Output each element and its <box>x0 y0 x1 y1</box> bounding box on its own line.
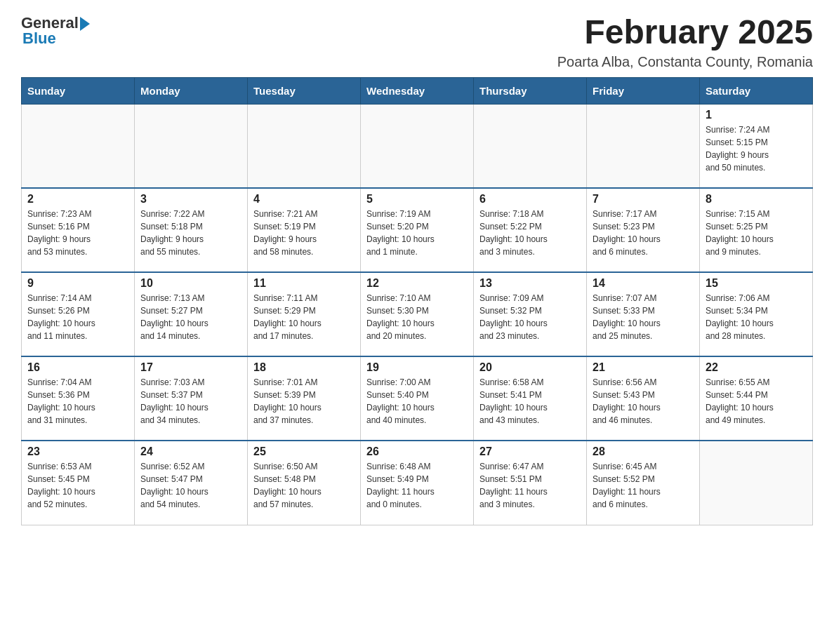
day-info: Sunrise: 7:13 AM Sunset: 5:27 PM Dayligh… <box>140 292 241 342</box>
day-number: 20 <box>479 361 581 374</box>
day-info: Sunrise: 7:24 AM Sunset: 5:15 PM Dayligh… <box>706 123 807 174</box>
day-info: Sunrise: 6:48 AM Sunset: 5:49 PM Dayligh… <box>366 460 468 511</box>
title-block: February 2025 Poarta Alba, Constanta Cou… <box>557 14 813 70</box>
calendar-cell <box>700 441 813 525</box>
day-info: Sunrise: 6:45 AM Sunset: 5:52 PM Dayligh… <box>593 460 694 511</box>
day-info: Sunrise: 6:55 AM Sunset: 5:44 PM Dayligh… <box>706 376 807 427</box>
header-day-thursday: Thursday <box>474 77 587 104</box>
day-number: 10 <box>140 277 241 290</box>
day-info: Sunrise: 6:47 AM Sunset: 5:51 PM Dayligh… <box>479 460 581 511</box>
calendar-cell: 28Sunrise: 6:45 AM Sunset: 5:52 PM Dayli… <box>587 441 700 525</box>
header-day-saturday: Saturday <box>700 77 813 104</box>
calendar-cell: 11Sunrise: 7:11 AM Sunset: 5:29 PM Dayli… <box>248 272 361 356</box>
day-info: Sunrise: 7:22 AM Sunset: 5:18 PM Dayligh… <box>140 208 241 258</box>
calendar-table: SundayMondayTuesdayWednesdayThursdayFrid… <box>21 77 813 525</box>
header-day-monday: Monday <box>135 77 248 104</box>
calendar-cell: 17Sunrise: 7:03 AM Sunset: 5:37 PM Dayli… <box>135 356 248 441</box>
day-number: 24 <box>140 445 241 458</box>
logo: General Blue <box>21 14 90 48</box>
calendar-cell: 1Sunrise: 7:24 AM Sunset: 5:15 PM Daylig… <box>700 104 813 188</box>
day-number: 14 <box>593 277 694 290</box>
calendar-cell: 18Sunrise: 7:01 AM Sunset: 5:39 PM Dayli… <box>248 356 361 441</box>
calendar-cell: 16Sunrise: 7:04 AM Sunset: 5:36 PM Dayli… <box>22 356 135 441</box>
calendar-cell <box>361 104 474 188</box>
day-info: Sunrise: 7:06 AM Sunset: 5:34 PM Dayligh… <box>706 292 807 342</box>
day-info: Sunrise: 7:19 AM Sunset: 5:20 PM Dayligh… <box>366 208 468 258</box>
day-number: 28 <box>593 445 694 458</box>
calendar-title: February 2025 <box>557 14 813 51</box>
day-info: Sunrise: 7:10 AM Sunset: 5:30 PM Dayligh… <box>366 292 468 342</box>
calendar-cell: 4Sunrise: 7:21 AM Sunset: 5:19 PM Daylig… <box>248 188 361 272</box>
calendar-cell: 5Sunrise: 7:19 AM Sunset: 5:20 PM Daylig… <box>361 188 474 272</box>
day-info: Sunrise: 6:53 AM Sunset: 5:45 PM Dayligh… <box>27 460 128 511</box>
day-number: 4 <box>253 193 355 206</box>
day-info: Sunrise: 7:11 AM Sunset: 5:29 PM Dayligh… <box>253 292 355 342</box>
day-number: 19 <box>366 361 468 374</box>
calendar-cell: 9Sunrise: 7:14 AM Sunset: 5:26 PM Daylig… <box>22 272 135 356</box>
day-number: 18 <box>253 361 355 374</box>
calendar-header-row: SundayMondayTuesdayWednesdayThursdayFrid… <box>22 77 813 104</box>
calendar-cell: 13Sunrise: 7:09 AM Sunset: 5:32 PM Dayli… <box>474 272 587 356</box>
header-day-sunday: Sunday <box>22 77 135 104</box>
day-info: Sunrise: 7:04 AM Sunset: 5:36 PM Dayligh… <box>27 376 128 427</box>
day-number: 11 <box>253 277 355 290</box>
calendar-cell: 3Sunrise: 7:22 AM Sunset: 5:18 PM Daylig… <box>135 188 248 272</box>
calendar-cell: 14Sunrise: 7:07 AM Sunset: 5:33 PM Dayli… <box>587 272 700 356</box>
header-day-friday: Friday <box>587 77 700 104</box>
day-number: 25 <box>253 445 355 458</box>
day-number: 17 <box>140 361 241 374</box>
day-number: 26 <box>366 445 468 458</box>
calendar-cell <box>248 104 361 188</box>
calendar-week-row: 1Sunrise: 7:24 AM Sunset: 5:15 PM Daylig… <box>22 104 813 188</box>
page-header: General Blue February 2025 Poarta Alba, … <box>21 14 813 70</box>
calendar-cell: 2Sunrise: 7:23 AM Sunset: 5:16 PM Daylig… <box>22 188 135 272</box>
day-number: 1 <box>706 109 807 121</box>
calendar-cell: 25Sunrise: 6:50 AM Sunset: 5:48 PM Dayli… <box>248 441 361 525</box>
day-number: 23 <box>27 445 128 458</box>
calendar-cell: 26Sunrise: 6:48 AM Sunset: 5:49 PM Dayli… <box>361 441 474 525</box>
day-number: 2 <box>27 193 128 206</box>
day-number: 16 <box>27 361 128 374</box>
calendar-week-row: 16Sunrise: 7:04 AM Sunset: 5:36 PM Dayli… <box>22 356 813 441</box>
calendar-cell: 7Sunrise: 7:17 AM Sunset: 5:23 PM Daylig… <box>587 188 700 272</box>
calendar-cell: 20Sunrise: 6:58 AM Sunset: 5:41 PM Dayli… <box>474 356 587 441</box>
day-info: Sunrise: 7:18 AM Sunset: 5:22 PM Dayligh… <box>479 208 581 258</box>
day-info: Sunrise: 7:09 AM Sunset: 5:32 PM Dayligh… <box>479 292 581 342</box>
calendar-cell: 19Sunrise: 7:00 AM Sunset: 5:40 PM Dayli… <box>361 356 474 441</box>
day-info: Sunrise: 7:14 AM Sunset: 5:26 PM Dayligh… <box>27 292 128 342</box>
calendar-cell: 12Sunrise: 7:10 AM Sunset: 5:30 PM Dayli… <box>361 272 474 356</box>
day-number: 12 <box>366 277 468 290</box>
day-number: 13 <box>479 277 581 290</box>
calendar-cell: 24Sunrise: 6:52 AM Sunset: 5:47 PM Dayli… <box>135 441 248 525</box>
day-number: 5 <box>366 193 468 206</box>
calendar-cell: 23Sunrise: 6:53 AM Sunset: 5:45 PM Dayli… <box>22 441 135 525</box>
day-number: 22 <box>706 361 807 374</box>
calendar-cell: 10Sunrise: 7:13 AM Sunset: 5:27 PM Dayli… <box>135 272 248 356</box>
day-info: Sunrise: 7:03 AM Sunset: 5:37 PM Dayligh… <box>140 376 241 427</box>
calendar-week-row: 9Sunrise: 7:14 AM Sunset: 5:26 PM Daylig… <box>22 272 813 356</box>
calendar-cell: 6Sunrise: 7:18 AM Sunset: 5:22 PM Daylig… <box>474 188 587 272</box>
day-info: Sunrise: 7:15 AM Sunset: 5:25 PM Dayligh… <box>706 208 807 258</box>
day-number: 15 <box>706 277 807 290</box>
day-info: Sunrise: 7:21 AM Sunset: 5:19 PM Dayligh… <box>253 208 355 258</box>
day-number: 3 <box>140 193 241 206</box>
day-number: 8 <box>706 193 807 206</box>
calendar-cell <box>474 104 587 188</box>
day-info: Sunrise: 7:07 AM Sunset: 5:33 PM Dayligh… <box>593 292 694 342</box>
calendar-cell: 15Sunrise: 7:06 AM Sunset: 5:34 PM Dayli… <box>700 272 813 356</box>
calendar-cell <box>135 104 248 188</box>
day-info: Sunrise: 6:52 AM Sunset: 5:47 PM Dayligh… <box>140 460 241 511</box>
header-day-wednesday: Wednesday <box>361 77 474 104</box>
calendar-cell <box>22 104 135 188</box>
calendar-cell: 21Sunrise: 6:56 AM Sunset: 5:43 PM Dayli… <box>587 356 700 441</box>
calendar-week-row: 23Sunrise: 6:53 AM Sunset: 5:45 PM Dayli… <box>22 441 813 525</box>
calendar-subtitle: Poarta Alba, Constanta County, Romania <box>557 54 813 70</box>
calendar-cell <box>587 104 700 188</box>
day-info: Sunrise: 6:56 AM Sunset: 5:43 PM Dayligh… <box>593 376 694 427</box>
calendar-cell: 27Sunrise: 6:47 AM Sunset: 5:51 PM Dayli… <box>474 441 587 525</box>
day-info: Sunrise: 6:50 AM Sunset: 5:48 PM Dayligh… <box>253 460 355 511</box>
logo-blue-text: Blue <box>22 29 56 48</box>
day-number: 7 <box>593 193 694 206</box>
header-day-tuesday: Tuesday <box>248 77 361 104</box>
day-info: Sunrise: 7:23 AM Sunset: 5:16 PM Dayligh… <box>27 208 128 258</box>
